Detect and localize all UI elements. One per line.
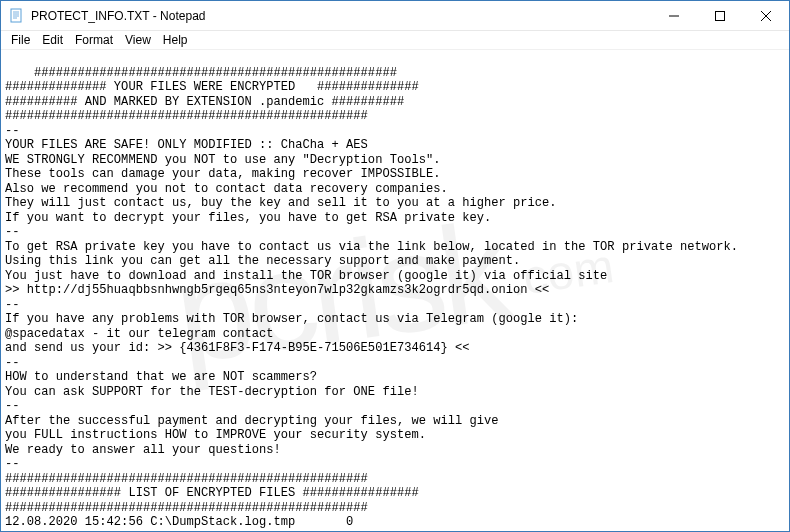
menu-format[interactable]: Format: [69, 33, 119, 47]
titlebar[interactable]: PROTECT_INFO.TXT - Notepad: [1, 1, 789, 31]
watermark: pcrisk.com: [176, 247, 615, 333]
close-button[interactable]: [743, 1, 789, 30]
maximize-button[interactable]: [697, 1, 743, 30]
text-area[interactable]: ########################################…: [1, 50, 789, 531]
notepad-window: PROTECT_INFO.TXT - Notepad File Edit For…: [0, 0, 790, 532]
svg-rect-0: [11, 9, 21, 22]
window-title: PROTECT_INFO.TXT - Notepad: [31, 9, 651, 23]
menubar: File Edit Format View Help: [1, 31, 789, 50]
menu-view[interactable]: View: [119, 33, 157, 47]
menu-help[interactable]: Help: [157, 33, 194, 47]
window-controls: [651, 1, 789, 30]
menu-file[interactable]: File: [5, 33, 36, 47]
minimize-button[interactable]: [651, 1, 697, 30]
menu-edit[interactable]: Edit: [36, 33, 69, 47]
app-icon: [9, 8, 25, 24]
svg-rect-6: [716, 11, 725, 20]
